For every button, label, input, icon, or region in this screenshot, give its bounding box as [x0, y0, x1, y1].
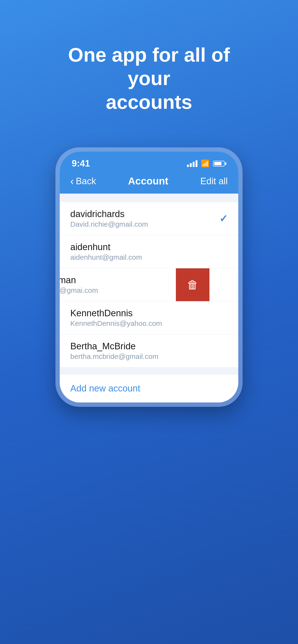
list-item[interactable]: aidenhunt aidenhunt@gmail.com: [60, 235, 238, 268]
account-username: aidenhunt: [70, 242, 142, 252]
back-label: Back: [76, 176, 96, 186]
hero-title: One app for all of your accounts: [47, 43, 251, 114]
account-username: coleman: [60, 275, 165, 285]
list-item[interactable]: davidrichards David.richie@gmail.com ✓: [60, 202, 238, 235]
account-email: aidenhunt@gmail.com: [70, 253, 142, 262]
account-email: David.richie@gmail.com: [70, 220, 148, 228]
chevron-left-icon: ‹: [70, 176, 74, 186]
phone-mockup: 9:41 📶 ‹ Bac: [55, 147, 243, 407]
account-email: bertha.mcbride@gmail.com: [70, 352, 158, 360]
status-time: 9:41: [72, 158, 90, 169]
accounts-list: davidrichards David.richie@gmail.com ✓ a…: [60, 194, 238, 402]
list-item[interactable]: Bertha_McBride bertha.mcbride@gmail.com: [60, 334, 238, 368]
trash-icon: 🗑: [187, 278, 198, 291]
add-section-spacer: [60, 368, 238, 375]
selected-checkmark-icon: ✓: [219, 213, 228, 224]
battery-icon: [213, 161, 226, 166]
account-username: KennethDennis: [70, 308, 162, 318]
list-section-spacer: [60, 194, 238, 202]
edit-all-button[interactable]: Edit all: [200, 176, 228, 186]
wifi-icon: 📶: [201, 159, 210, 168]
list-item-swiped[interactable]: coleman eman@gmai.com 🗑: [60, 268, 238, 302]
swipe-row: coleman eman@gmai.com 🗑: [60, 268, 209, 301]
phone-screen: 9:41 📶 ‹ Bac: [60, 152, 238, 402]
account-info: aidenhunt aidenhunt@gmail.com: [70, 242, 142, 262]
account-email: eman@gmai.com: [60, 286, 165, 294]
nav-title: Account: [128, 176, 169, 187]
account-email: KennethDennis@yahoo.com: [70, 319, 162, 328]
delete-swipe-action[interactable]: 🗑: [176, 268, 209, 301]
add-account-section: Add new account: [60, 375, 238, 402]
status-icons: 📶: [187, 159, 226, 168]
account-username: Bertha_McBride: [70, 341, 158, 352]
add-new-account-button[interactable]: Add new account: [70, 383, 140, 394]
back-button[interactable]: ‹ Back: [70, 176, 96, 186]
list-item[interactable]: KennethDennis KennethDennis@yahoo.com: [60, 302, 238, 334]
account-info: KennethDennis KennethDennis@yahoo.com: [70, 308, 162, 328]
account-info: davidrichards David.richie@gmail.com: [70, 209, 148, 228]
nav-bar: ‹ Back Account Edit all: [60, 171, 238, 194]
swipe-content: coleman eman@gmai.com: [60, 268, 176, 301]
signal-icon: [187, 160, 198, 167]
account-info: Bertha_McBride bertha.mcbride@gmail.com: [70, 341, 158, 360]
status-bar: 9:41 📶: [60, 152, 238, 171]
account-username: davidrichards: [70, 209, 148, 219]
